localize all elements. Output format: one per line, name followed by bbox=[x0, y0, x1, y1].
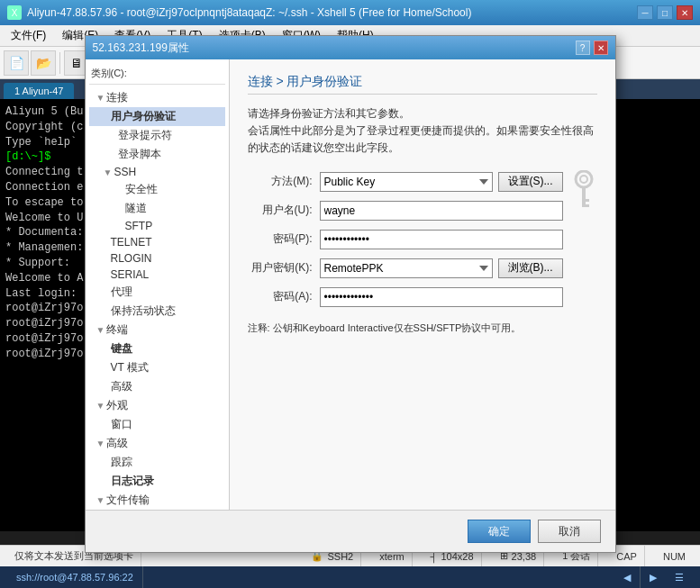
method-control: Public Key Password Keyboard Interactive… bbox=[320, 172, 563, 192]
tree-item-telnet[interactable]: TELNET bbox=[89, 234, 225, 250]
ssh-label: SSH bbox=[114, 166, 136, 178]
tree-group-advanced[interactable]: ▼ 高级 bbox=[89, 434, 225, 453]
tree-item-keyboard[interactable]: 键盘 bbox=[89, 339, 225, 358]
tree-item-keepalive[interactable]: 保持活动状态 bbox=[89, 302, 225, 321]
method-row: 方法(M): Public Key Password Keyboard Inte… bbox=[248, 172, 563, 192]
tree-item-sftp[interactable]: SFTP bbox=[89, 218, 225, 234]
svg-rect-2 bbox=[582, 187, 586, 205]
terminal-label: 终端 bbox=[106, 322, 128, 338]
terminal-expand-icon: ▼ bbox=[96, 325, 105, 335]
properties-dialog: 52.163.231.199属性 ? ✕ 类别(C): ▼ 连接 用户身份验证 bbox=[85, 35, 616, 553]
password-label: 密码(P): bbox=[248, 231, 320, 247]
tree-item-trace[interactable]: 跟踪 bbox=[89, 453, 225, 472]
password-input[interactable] bbox=[320, 230, 563, 249]
userkey-row: 用户密钥(K): RemotePPK none 浏览(B)... bbox=[248, 258, 563, 278]
key-icon bbox=[571, 170, 596, 210]
tree-item-script[interactable]: 登录脚本 bbox=[89, 145, 225, 164]
tree-item-advanced[interactable]: 高级 bbox=[89, 377, 225, 396]
filetransfer-label: 文件传输 bbox=[106, 493, 150, 508]
dialog-title-bar: 52.163.231.199属性 ? ✕ bbox=[86, 36, 615, 59]
userkey-control: RemotePPK none 浏览(B)... bbox=[320, 258, 563, 278]
username-input[interactable] bbox=[320, 201, 563, 221]
note-text: 注释: 公钥和Keyboard Interactive仅在SSH/SFTP协议中… bbox=[248, 321, 563, 335]
content-header: 连接 > 用户身份验证 bbox=[248, 74, 597, 95]
tree-item-prompt[interactable]: 登录提示符 bbox=[89, 126, 225, 145]
advanced-label: 高级 bbox=[106, 436, 128, 451]
passphrase-row: 密码(A): bbox=[248, 287, 563, 307]
method-label: 方法(M): bbox=[248, 174, 320, 189]
ok-btn[interactable]: 确定 bbox=[468, 520, 531, 543]
dialog-help-btn[interactable]: ? bbox=[576, 41, 590, 55]
svg-point-0 bbox=[576, 171, 592, 187]
passphrase-control bbox=[320, 287, 563, 307]
tree-group-appearance[interactable]: ▼ 外观 bbox=[89, 396, 225, 415]
tree-group-ssh[interactable]: ▼ SSH bbox=[89, 164, 225, 180]
tree-item-auth[interactable]: 用户身份验证 bbox=[89, 107, 225, 126]
username-control bbox=[320, 201, 563, 221]
tree-item-tunnel[interactable]: 隧道 bbox=[89, 199, 225, 218]
content-desc: 请选择身份验证方法和其它参数。 会话属性中此部分是为了登录过程更便捷而提供的。如… bbox=[248, 105, 597, 158]
dialog-footer: 确定 取消 bbox=[86, 510, 615, 552]
tree-panel: 类别(C): ▼ 连接 用户身份验证 登录提示符 登录脚本 ▼ SSH 安全性 bbox=[86, 59, 230, 510]
passphrase-label: 密码(A): bbox=[248, 289, 320, 304]
dialog-title-text: 52.163.231.199属性 bbox=[93, 41, 189, 56]
appearance-label: 外观 bbox=[106, 398, 128, 413]
tree-item-serial[interactable]: SERIAL bbox=[89, 267, 225, 283]
app-window: X Aliyun-47.88.57.96 - root@iZrj97oclpnq… bbox=[0, 0, 700, 588]
appearance-expand-icon: ▼ bbox=[96, 401, 105, 411]
dialog-overlay: 52.163.231.199属性 ? ✕ 类别(C): ▼ 连接 用户身份验证 bbox=[0, 0, 700, 588]
username-label: 用户名(U): bbox=[248, 203, 320, 218]
form-fields: 方法(M): Public Key Password Keyboard Inte… bbox=[248, 172, 563, 335]
tree-item-label: 连接 bbox=[106, 90, 128, 105]
method-select[interactable]: Public Key Password Keyboard Interactive… bbox=[320, 172, 493, 192]
userkey-label: 用户密钥(K): bbox=[248, 260, 320, 276]
content-panel: 连接 > 用户身份验证 请选择身份验证方法和其它参数。 会话属性中此部分是为了登… bbox=[230, 59, 615, 510]
tree-item-window[interactable]: 窗口 bbox=[89, 415, 225, 434]
expand-icon: ▼ bbox=[96, 93, 105, 103]
advanced-expand-icon: ▼ bbox=[96, 439, 105, 448]
tree-item-proxy[interactable]: 代理 bbox=[89, 283, 225, 302]
key-icon-container bbox=[570, 172, 597, 208]
tree-item-rlogin[interactable]: RLOGIN bbox=[89, 250, 225, 267]
dialog-body: 类别(C): ▼ 连接 用户身份验证 登录提示符 登录脚本 ▼ SSH 安全性 bbox=[86, 59, 615, 510]
desc-line2: 会话属性中此部分是为了登录过程更便捷而提供的。如果需要安全性很高 bbox=[248, 122, 597, 140]
desc-line3: 的状态的话建议您空出此字段。 bbox=[248, 140, 597, 157]
passphrase-input[interactable] bbox=[320, 287, 563, 307]
browse-btn[interactable]: 浏览(B)... bbox=[498, 258, 563, 278]
tree-category-label: 类别(C): bbox=[89, 63, 225, 85]
tree-group-filetransfer[interactable]: ▼ 文件传输 bbox=[89, 491, 225, 510]
tree-group-connection[interactable]: ▼ 连接 bbox=[89, 88, 225, 107]
cancel-btn[interactable]: 取消 bbox=[538, 520, 601, 543]
svg-point-1 bbox=[580, 176, 587, 183]
tree-item-security[interactable]: 安全性 bbox=[89, 180, 225, 199]
password-row: 密码(P): bbox=[248, 230, 563, 249]
tree-group-terminal[interactable]: ▼ 终端 bbox=[89, 321, 225, 339]
setup-btn[interactable]: 设置(S)... bbox=[498, 172, 563, 192]
filetransfer-expand-icon: ▼ bbox=[96, 495, 105, 505]
password-control bbox=[320, 230, 563, 249]
ssh-expand-icon: ▼ bbox=[104, 167, 113, 177]
desc-line1: 请选择身份验证方法和其它参数。 bbox=[248, 105, 597, 122]
tree-item-logging[interactable]: 日志记录 bbox=[89, 472, 225, 491]
dialog-close-btn[interactable]: ✕ bbox=[594, 41, 608, 55]
username-row: 用户名(U): bbox=[248, 201, 563, 221]
userkey-select[interactable]: RemotePPK none bbox=[320, 258, 493, 278]
tree-item-vt[interactable]: VT 模式 bbox=[89, 358, 225, 377]
svg-rect-4 bbox=[582, 204, 589, 207]
svg-rect-3 bbox=[582, 199, 589, 202]
form-container: 方法(M): Public Key Password Keyboard Inte… bbox=[248, 172, 597, 335]
